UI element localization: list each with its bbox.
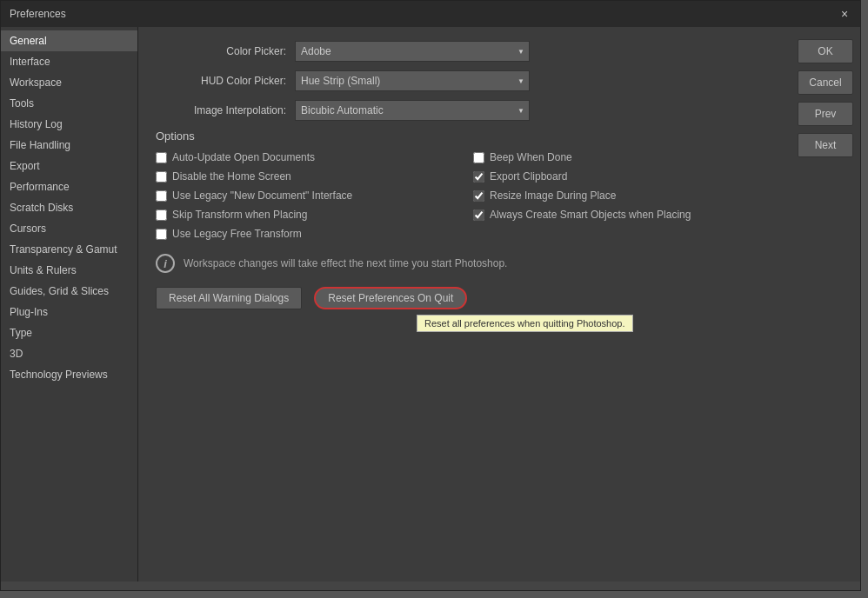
color-picker-select-wrapper: Adobe Windows [295, 41, 530, 62]
resize-image-checkbox-row[interactable]: Resize Image During Place [473, 189, 773, 202]
resize-image-checkbox[interactable] [473, 190, 484, 202]
cancel-button[interactable]: Cancel [798, 70, 853, 95]
sidebar: GeneralInterfaceWorkspaceToolsHistory Lo… [1, 27, 138, 581]
image-interpolation-row: Image Interpolation: Bicubic Automatic N… [156, 100, 773, 121]
options-left-col: Auto-Update Open Documents Disable the H… [156, 151, 456, 240]
always-create-smart-checkbox[interactable] [473, 209, 484, 221]
image-interpolation-select-wrapper: Bicubic Automatic Nearest Neighbor Bilin… [295, 100, 530, 121]
dialog-body: GeneralInterfaceWorkspaceToolsHistory Lo… [1, 27, 860, 581]
info-icon: i [156, 254, 175, 273]
disable-home-checkbox[interactable] [156, 171, 167, 183]
image-interpolation-select[interactable]: Bicubic Automatic Nearest Neighbor Bilin… [295, 100, 530, 121]
dialog-title: Preferences [10, 8, 66, 20]
export-clipboard-label: Export Clipboard [490, 170, 567, 183]
use-legacy-free-label: Use Legacy Free Transform [172, 228, 302, 240]
options-right-col: Beep When Done Export Clipboard Resize I… [473, 151, 773, 240]
sidebar-item-transparency-gamut[interactable]: Transparency & Gamut [1, 239, 137, 260]
skip-transform-label: Skip Transform when Placing [172, 209, 307, 221]
hud-color-picker-select[interactable]: Hue Strip (Small) Hue Strip (Medium) Hue… [295, 70, 530, 91]
color-picker-select[interactable]: Adobe Windows [295, 41, 530, 62]
sidebar-item-export[interactable]: Export [1, 156, 137, 176]
reset-preferences-tooltip: Reset all preferences when quitting Phot… [417, 315, 633, 332]
hud-color-picker-row: HUD Color Picker: Hue Strip (Small) Hue … [156, 70, 773, 91]
skip-transform-checkbox-row[interactable]: Skip Transform when Placing [156, 209, 456, 221]
sidebar-item-technology-previews[interactable]: Technology Previews [1, 364, 137, 385]
sidebar-item-type[interactable]: Type [1, 322, 137, 343]
sidebar-item-units-rulers[interactable]: Units & Rulers [1, 260, 137, 281]
info-row: i Workspace changes will take effect the… [156, 254, 773, 273]
title-bar: Preferences × [1, 1, 860, 27]
always-create-smart-label: Always Create Smart Objects when Placing [490, 209, 691, 221]
next-button[interactable]: Next [798, 133, 853, 157]
sidebar-item-3d[interactable]: 3D [1, 343, 137, 364]
always-create-smart-checkbox-row[interactable]: Always Create Smart Objects when Placing [473, 209, 773, 221]
sidebar-item-interface[interactable]: Interface [1, 51, 137, 72]
sidebar-item-plug-ins[interactable]: Plug-Ins [1, 302, 137, 322]
close-button[interactable]: × [838, 7, 851, 21]
sidebar-item-general[interactable]: General [1, 30, 137, 51]
bottom-strip [1, 581, 860, 590]
beep-when-done-checkbox-row[interactable]: Beep When Done [473, 151, 773, 163]
main-content: Color Picker: Adobe Windows HUD Color Pi… [138, 27, 791, 581]
skip-transform-checkbox[interactable] [156, 209, 167, 221]
use-legacy-new-label: Use Legacy "New Document" Interface [172, 189, 352, 202]
options-grid: Auto-Update Open Documents Disable the H… [156, 151, 773, 240]
prev-button[interactable]: Prev [798, 102, 853, 126]
right-buttons-panel: OK Cancel Prev Next [791, 27, 860, 581]
hud-color-picker-label: HUD Color Picker: [156, 75, 295, 87]
sidebar-item-scratch-disks[interactable]: Scratch Disks [1, 197, 137, 218]
use-legacy-new-checkbox-row[interactable]: Use Legacy "New Document" Interface [156, 189, 456, 202]
sidebar-item-guides-grid-slices[interactable]: Guides, Grid & Slices [1, 281, 137, 302]
auto-update-checkbox-row[interactable]: Auto-Update Open Documents [156, 151, 456, 163]
sidebar-item-tools[interactable]: Tools [1, 93, 137, 114]
use-legacy-free-checkbox[interactable] [156, 229, 167, 240]
sidebar-item-workspace[interactable]: Workspace [1, 72, 137, 93]
sidebar-item-history-log[interactable]: History Log [1, 114, 137, 135]
sidebar-item-file-handling[interactable]: File Handling [1, 135, 137, 156]
export-clipboard-checkbox-row[interactable]: Export Clipboard [473, 170, 773, 183]
beep-when-done-label: Beep When Done [490, 151, 572, 163]
preferences-dialog: Preferences × GeneralInterfaceWorkspaceT… [0, 0, 861, 591]
use-legacy-free-checkbox-row[interactable]: Use Legacy Free Transform [156, 228, 456, 240]
ok-button[interactable]: OK [798, 39, 853, 63]
disable-home-label: Disable the Home Screen [172, 170, 291, 183]
use-legacy-new-checkbox[interactable] [156, 190, 167, 202]
options-section-label: Options [156, 130, 773, 143]
auto-update-label: Auto-Update Open Documents [172, 151, 315, 163]
beep-when-done-checkbox[interactable] [473, 152, 484, 163]
color-picker-row: Color Picker: Adobe Windows [156, 41, 773, 62]
resize-image-label: Resize Image During Place [490, 189, 616, 202]
sidebar-item-performance[interactable]: Performance [1, 176, 137, 197]
auto-update-checkbox[interactable] [156, 152, 167, 163]
reset-preferences-button[interactable]: Reset Preferences On Quit [314, 287, 467, 309]
info-message: Workspace changes will take effect the n… [184, 257, 507, 269]
image-interpolation-label: Image Interpolation: [156, 104, 295, 116]
reset-warning-button[interactable]: Reset All Warning Dialogs [156, 287, 302, 309]
export-clipboard-checkbox[interactable] [473, 171, 484, 183]
sidebar-item-cursors[interactable]: Cursors [1, 218, 137, 239]
hud-color-picker-select-wrapper: Hue Strip (Small) Hue Strip (Medium) Hue… [295, 70, 530, 91]
color-picker-label: Color Picker: [156, 45, 295, 57]
action-buttons-row: Reset All Warning Dialogs Reset Preferen… [156, 287, 773, 309]
disable-home-checkbox-row[interactable]: Disable the Home Screen [156, 170, 456, 183]
